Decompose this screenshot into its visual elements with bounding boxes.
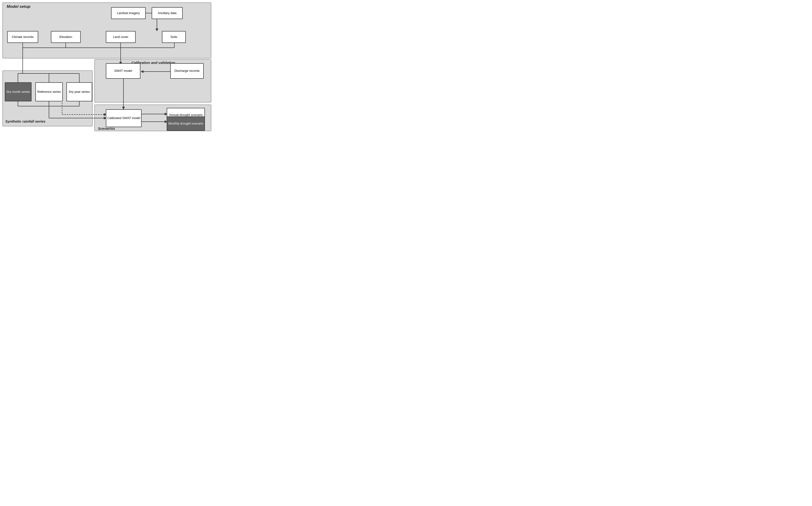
box-dry-month: Dry month series [5, 82, 31, 101]
box-monthly-drought: Monthly drought scenario [167, 116, 205, 131]
label-landsat: Landsat imagery [117, 11, 140, 15]
box-climate: Climate records [7, 31, 38, 43]
box-reference: Reference series [36, 82, 63, 101]
box-soils: Soils [162, 31, 186, 43]
box-landcover: Land cover [106, 31, 136, 43]
region-label-synthetic-rainfall: Synthetic rainfall series [5, 119, 45, 123]
label-landcover: Land cover [113, 35, 128, 39]
label-monthly-drought: Monthly drought scenario [168, 122, 203, 126]
label-soils: Soils [171, 35, 177, 39]
label-dry-month: Dry month series [6, 90, 30, 94]
label-swat: SWAT model [114, 69, 132, 73]
label-reference: Reference series [37, 90, 61, 94]
box-landsat: Landsat imagery [111, 7, 146, 19]
label-elevation: Elevation [60, 35, 72, 39]
label-dry-year: Dry year series [69, 90, 89, 94]
label-climate: Climate records [12, 35, 33, 39]
box-discharge: Discharge records [170, 63, 204, 79]
diagram-container: Model setup Synthetic rainfall series Ca… [0, 0, 215, 134]
box-ancillary: Ancillary data [152, 7, 183, 19]
box-dry-year: Dry year series [66, 82, 92, 101]
box-elevation: Elevation [51, 31, 81, 43]
box-swat: SWAT model [106, 63, 140, 79]
label-ancillary: Ancillary data [158, 11, 177, 15]
label-discharge: Discharge records [174, 69, 200, 73]
region-label-model-setup: Model setup [7, 4, 30, 9]
label-calibrated-swat: Calibrated SWAT model [107, 116, 140, 120]
box-calibrated-swat: Calibrated SWAT model [106, 109, 142, 127]
